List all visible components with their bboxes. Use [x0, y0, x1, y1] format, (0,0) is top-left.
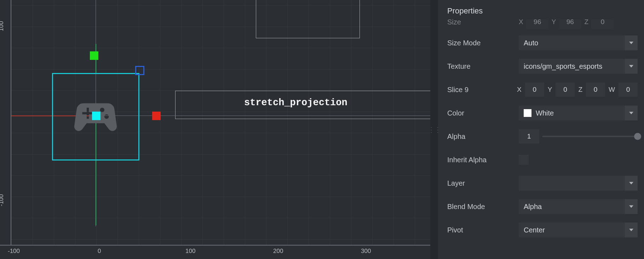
size-y-label: Y	[552, 19, 556, 26]
slice9-y-input[interactable]	[556, 83, 575, 97]
size-z-label: Z	[584, 19, 588, 26]
blend-mode-label: Blend Mode	[447, 203, 514, 211]
slice9-y-label: Y	[548, 86, 552, 94]
alpha-slider[interactable]	[542, 136, 638, 137]
property-row-layer: Layer	[447, 171, 638, 195]
selection-corner[interactable]	[135, 66, 144, 75]
property-row-size: Size X Y Z	[447, 19, 638, 29]
property-row-slice9: Slice 9 X Y Z W	[447, 78, 638, 101]
node-label: stretch_projection	[244, 97, 347, 108]
alpha-slider-thumb[interactable]	[634, 133, 641, 140]
chevron-down-icon	[625, 176, 638, 191]
property-row-alpha: Alpha	[447, 125, 638, 148]
slice9-x-label: X	[517, 86, 522, 94]
panel-resizer[interactable]: ⋮⋮	[430, 0, 438, 259]
gizmo-handle-center[interactable]	[92, 112, 100, 120]
color-label: Color	[447, 109, 514, 117]
size-mode-label: Size Mode	[447, 39, 514, 47]
color-select[interactable]: White	[519, 106, 638, 120]
blend-mode-select[interactable]: Alpha	[519, 199, 638, 214]
layer-select[interactable]	[519, 176, 638, 191]
size-y-input[interactable]	[559, 19, 581, 29]
ruler-x: -100 0 100 200 300	[0, 245, 430, 259]
scene-viewport[interactable]: stretch_projection -100 0 100 200 300 10…	[0, 0, 430, 259]
chevron-down-icon	[625, 223, 638, 237]
pivot-select[interactable]: Center	[519, 223, 638, 237]
slice9-z-input[interactable]	[586, 83, 605, 97]
property-row-blend-mode: Blend Mode Alpha	[447, 195, 638, 218]
size-z-input[interactable]	[591, 19, 614, 29]
alpha-label: Alpha	[447, 133, 514, 141]
texture-select[interactable]: icons/gm_sports_esports	[519, 59, 638, 74]
gizmo-handle-y[interactable]	[90, 51, 98, 60]
chevron-down-icon	[625, 35, 638, 50]
ruler-y: 100 -100	[0, 0, 11, 245]
property-row-texture: Texture icons/gm_sports_esports	[447, 55, 638, 78]
slice9-x-input[interactable]	[525, 83, 544, 97]
chevron-down-icon	[625, 106, 638, 120]
color-swatch	[524, 109, 531, 117]
pivot-label: Pivot	[447, 226, 514, 234]
gizmo-handle-x[interactable]	[152, 112, 161, 120]
property-row-size-mode: Size Mode Auto	[447, 31, 638, 55]
node-outline-top	[256, 0, 360, 38]
slice9-w-label: W	[609, 86, 615, 94]
texture-label: Texture	[447, 62, 514, 71]
alpha-input[interactable]	[519, 129, 539, 143]
slice9-z-label: Z	[578, 86, 582, 94]
chevron-down-icon	[625, 59, 638, 74]
chevron-down-icon	[625, 199, 638, 214]
size-mode-select[interactable]: Auto	[519, 35, 638, 50]
layer-label: Layer	[447, 179, 514, 187]
panel-title: Properties	[438, 0, 644, 19]
size-x-input[interactable]	[526, 19, 549, 29]
inherit-alpha-label: Inherit Alpha	[447, 156, 514, 164]
properties-panel: Properties Size X Y Z Size Mode	[438, 0, 644, 259]
slice9-label: Slice 9	[447, 86, 513, 94]
size-label: Size	[447, 19, 514, 26]
slice9-w-input[interactable]	[619, 83, 638, 97]
property-row-color: Color White	[447, 101, 638, 125]
inherit-alpha-checkbox[interactable]	[519, 155, 529, 165]
size-x-label: X	[519, 19, 523, 26]
property-row-inherit-alpha: Inherit Alpha	[447, 148, 638, 171]
property-row-pivot: Pivot Center	[447, 218, 638, 242]
